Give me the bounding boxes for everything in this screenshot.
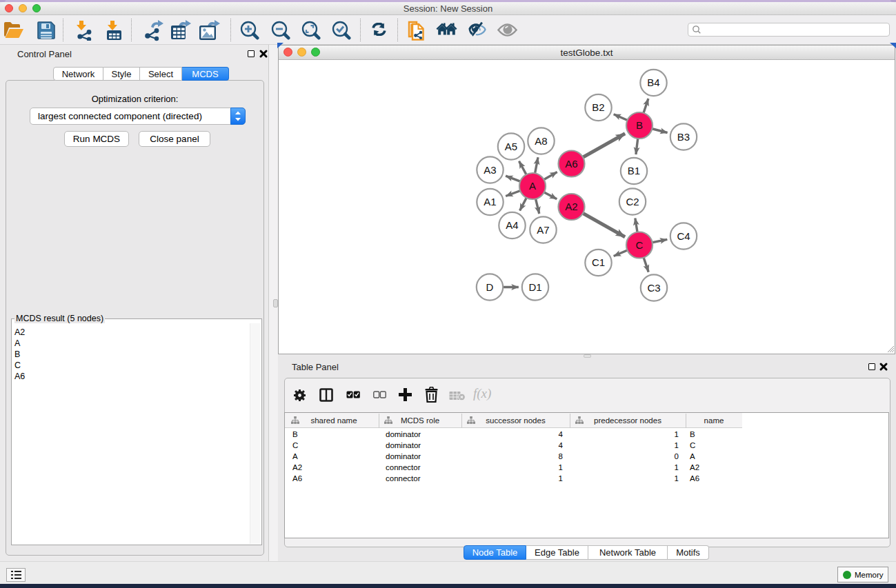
svg-text:B: B — [636, 119, 643, 131]
svg-text:A2: A2 — [565, 201, 577, 212]
svg-text:A7: A7 — [537, 224, 549, 236]
svg-text:C3: C3 — [647, 282, 660, 294]
svg-text:C1: C1 — [592, 256, 605, 268]
svg-text:A8: A8 — [535, 135, 547, 147]
svg-text:A4: A4 — [506, 219, 518, 231]
svg-text:A5: A5 — [505, 141, 517, 152]
svg-text:B1: B1 — [628, 165, 640, 176]
svg-text:D: D — [486, 281, 494, 293]
svg-text:A3: A3 — [484, 164, 496, 176]
svg-text:C4: C4 — [677, 230, 690, 242]
svg-text:D1: D1 — [528, 281, 541, 293]
svg-text:B2: B2 — [592, 101, 604, 113]
svg-text:C2: C2 — [626, 196, 639, 207]
svg-text:A: A — [529, 180, 536, 192]
svg-text:B4: B4 — [647, 77, 659, 88]
svg-text:C: C — [636, 239, 644, 251]
svg-text:A1: A1 — [484, 196, 496, 207]
svg-text:B3: B3 — [677, 131, 690, 143]
svg-text:A6: A6 — [565, 158, 577, 170]
